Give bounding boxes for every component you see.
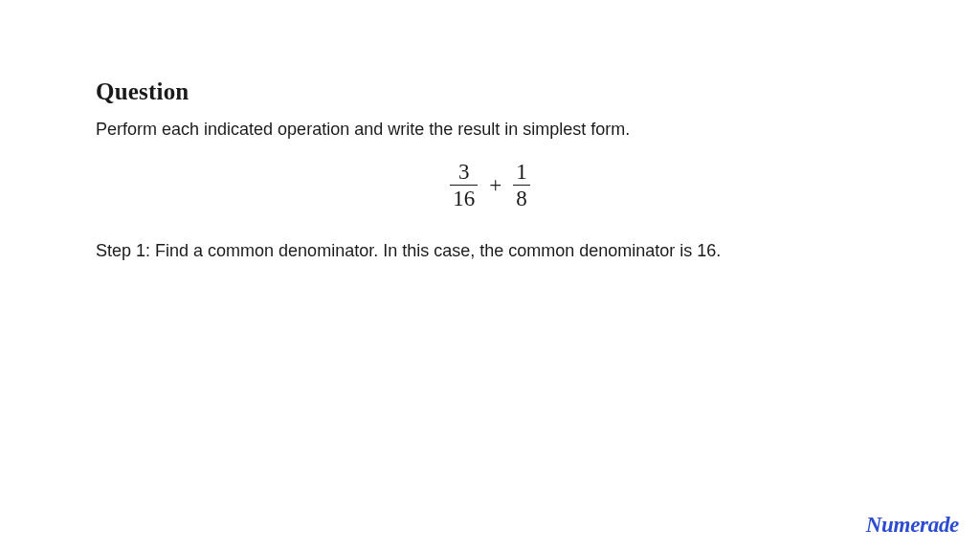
fraction-1-denominator: 16 <box>450 185 478 210</box>
fraction-1-numerator: 3 <box>456 160 473 185</box>
question-heading: Question <box>96 78 884 105</box>
fraction-2-numerator: 1 <box>513 160 530 185</box>
fraction-1: 3 16 <box>450 160 478 211</box>
plus-operator: + <box>487 174 503 196</box>
math-expression: 3 16 + 1 8 <box>96 160 884 211</box>
question-content: Question Perform each indicated operatio… <box>0 0 980 264</box>
question-prompt: Perform each indicated operation and wri… <box>96 117 884 143</box>
fraction-2-denominator: 8 <box>513 185 530 210</box>
fraction-2: 1 8 <box>513 160 530 211</box>
math-row: 3 16 + 1 8 <box>450 160 529 211</box>
step-1-text: Step 1: Find a common denominator. In th… <box>96 238 884 264</box>
brand-logo: Numerade <box>866 513 959 538</box>
